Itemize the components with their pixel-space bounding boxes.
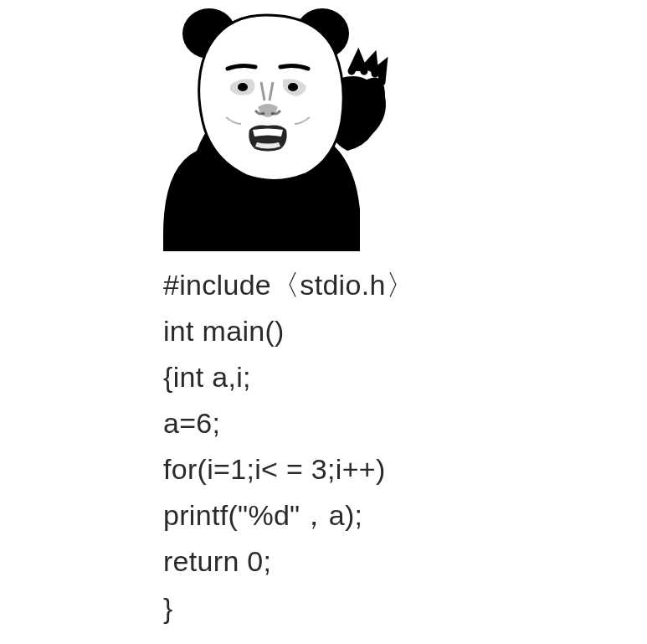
code-line-8: } (163, 585, 414, 631)
code-line-3: {int a,i; (163, 354, 414, 400)
code-line-6: printf("%d"，a); (163, 492, 414, 538)
code-line-1: #include〈stdio.h〉 (163, 262, 414, 308)
code-line-7: return 0; (163, 538, 414, 585)
code-line-2: int main() (163, 308, 414, 354)
svg-point-3 (288, 83, 298, 91)
code-snippet: #include〈stdio.h〉 int main() {int a,i; a… (163, 262, 414, 631)
code-line-5: for(i=1;i< = 3;i++) (163, 446, 414, 492)
panda-meme-image (159, 0, 393, 251)
code-line-4: a=6; (163, 400, 414, 446)
svg-point-2 (238, 83, 248, 91)
